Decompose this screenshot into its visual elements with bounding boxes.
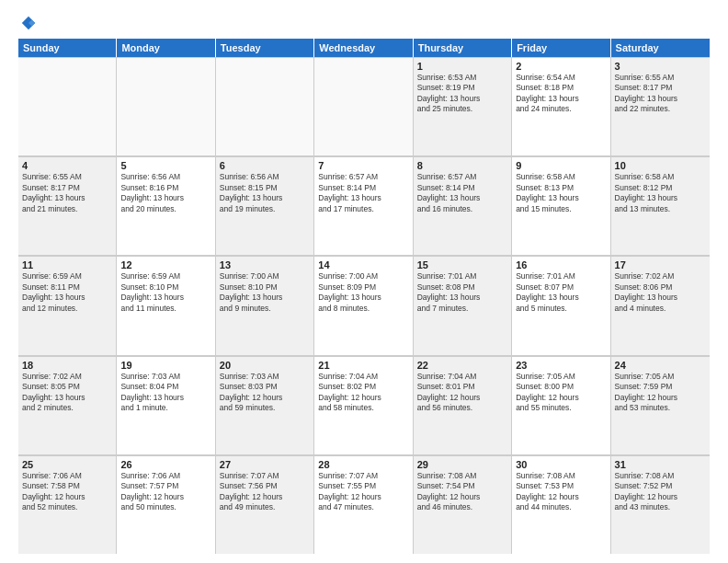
day-number: 21 — [318, 360, 408, 371]
day-cell-31: 31Sunrise: 7:08 AM Sunset: 7:52 PM Dayli… — [611, 455, 710, 554]
day-number: 25 — [22, 459, 112, 470]
day-info: Sunrise: 7:01 AM Sunset: 8:08 PM Dayligh… — [417, 271, 507, 314]
header-day-tuesday: Tuesday — [216, 39, 314, 57]
day-cell-16: 16Sunrise: 7:01 AM Sunset: 8:07 PM Dayli… — [512, 256, 610, 354]
day-cell-18: 18Sunrise: 7:02 AM Sunset: 8:05 PM Dayli… — [18, 356, 117, 454]
day-info: Sunrise: 7:04 AM Sunset: 8:01 PM Dayligh… — [417, 372, 507, 414]
day-cell-14: 14Sunrise: 7:00 AM Sunset: 8:09 PM Dayli… — [314, 256, 413, 354]
day-info: Sunrise: 7:08 AM Sunset: 7:53 PM Dayligh… — [516, 471, 606, 513]
day-number: 17 — [615, 259, 706, 270]
day-number: 5 — [120, 160, 210, 171]
calendar-row-0: 1Sunrise: 6:53 AM Sunset: 8:19 PM Daylig… — [18, 57, 710, 156]
day-cell-3: 3Sunrise: 6:55 AM Sunset: 8:17 PM Daylig… — [611, 57, 710, 155]
day-cell-2: 2Sunrise: 6:54 AM Sunset: 8:18 PM Daylig… — [512, 57, 610, 155]
day-info: Sunrise: 6:57 AM Sunset: 8:14 PM Dayligh… — [318, 172, 408, 214]
day-cell-1: 1Sunrise: 6:53 AM Sunset: 8:19 PM Daylig… — [414, 57, 512, 155]
day-number: 16 — [516, 259, 606, 270]
header-day-wednesday: Wednesday — [314, 39, 413, 57]
day-cell-10: 10Sunrise: 6:58 AM Sunset: 8:12 PM Dayli… — [611, 156, 710, 255]
day-number: 23 — [516, 360, 606, 371]
day-number: 13 — [220, 259, 310, 270]
day-cell-6: 6Sunrise: 6:56 AM Sunset: 8:15 PM Daylig… — [216, 156, 314, 255]
day-cell-12: 12Sunrise: 6:59 AM Sunset: 8:10 PM Dayli… — [117, 256, 215, 354]
day-number: 28 — [318, 459, 408, 470]
day-number: 12 — [120, 259, 210, 270]
day-number: 24 — [615, 360, 706, 371]
header-day-saturday: Saturday — [611, 39, 710, 57]
day-info: Sunrise: 7:00 AM Sunset: 8:10 PM Dayligh… — [220, 271, 310, 314]
day-info: Sunrise: 7:03 AM Sunset: 8:03 PM Dayligh… — [220, 372, 310, 414]
calendar: SundayMondayTuesdayWednesdayThursdayFrid… — [18, 39, 710, 554]
day-cell-13: 13Sunrise: 7:00 AM Sunset: 8:10 PM Dayli… — [216, 256, 314, 354]
day-info: Sunrise: 7:00 AM Sunset: 8:09 PM Dayligh… — [318, 271, 408, 314]
day-info: Sunrise: 7:08 AM Sunset: 7:52 PM Dayligh… — [615, 471, 706, 513]
day-number: 2 — [516, 61, 606, 72]
day-cell-30: 30Sunrise: 7:08 AM Sunset: 7:53 PM Dayli… — [512, 455, 610, 554]
day-info: Sunrise: 7:05 AM Sunset: 7:59 PM Dayligh… — [615, 372, 706, 414]
day-info: Sunrise: 6:55 AM Sunset: 8:17 PM Dayligh… — [615, 73, 706, 115]
logo — [18, 15, 37, 31]
day-number: 11 — [22, 259, 112, 270]
day-cell-21: 21Sunrise: 7:04 AM Sunset: 8:02 PM Dayli… — [314, 356, 413, 454]
calendar-header: SundayMondayTuesdayWednesdayThursdayFrid… — [18, 39, 710, 57]
day-cell-7: 7Sunrise: 6:57 AM Sunset: 8:14 PM Daylig… — [314, 156, 413, 255]
header-day-sunday: Sunday — [18, 39, 117, 57]
day-number: 7 — [318, 160, 408, 171]
day-info: Sunrise: 6:59 AM Sunset: 8:11 PM Dayligh… — [22, 271, 112, 314]
day-info: Sunrise: 7:08 AM Sunset: 7:54 PM Dayligh… — [417, 471, 507, 513]
header-day-friday: Friday — [512, 39, 610, 57]
day-info: Sunrise: 7:06 AM Sunset: 7:58 PM Dayligh… — [22, 471, 112, 513]
day-info: Sunrise: 7:06 AM Sunset: 7:57 PM Dayligh… — [120, 471, 210, 513]
day-info: Sunrise: 6:57 AM Sunset: 8:14 PM Dayligh… — [417, 172, 507, 214]
calendar-row-2: 11Sunrise: 6:59 AM Sunset: 8:11 PM Dayli… — [18, 256, 710, 355]
day-number: 1 — [417, 61, 507, 72]
empty-cell — [314, 57, 413, 155]
empty-cell — [216, 57, 314, 155]
day-info: Sunrise: 6:58 AM Sunset: 8:13 PM Dayligh… — [516, 172, 606, 214]
day-cell-23: 23Sunrise: 7:05 AM Sunset: 8:00 PM Dayli… — [512, 356, 610, 454]
day-cell-19: 19Sunrise: 7:03 AM Sunset: 8:04 PM Dayli… — [117, 356, 215, 454]
day-cell-9: 9Sunrise: 6:58 AM Sunset: 8:13 PM Daylig… — [512, 156, 610, 255]
header-day-thursday: Thursday — [414, 39, 512, 57]
day-info: Sunrise: 6:54 AM Sunset: 8:18 PM Dayligh… — [516, 73, 606, 115]
day-number: 3 — [615, 61, 706, 72]
day-cell-17: 17Sunrise: 7:02 AM Sunset: 8:06 PM Dayli… — [611, 256, 710, 354]
day-cell-22: 22Sunrise: 7:04 AM Sunset: 8:01 PM Dayli… — [414, 356, 512, 454]
day-cell-29: 29Sunrise: 7:08 AM Sunset: 7:54 PM Dayli… — [414, 455, 512, 554]
day-cell-25: 25Sunrise: 7:06 AM Sunset: 7:58 PM Dayli… — [18, 455, 117, 554]
day-info: Sunrise: 7:04 AM Sunset: 8:02 PM Dayligh… — [318, 372, 408, 414]
calendar-row-1: 4Sunrise: 6:55 AM Sunset: 8:17 PM Daylig… — [18, 156, 710, 256]
day-number: 9 — [516, 160, 606, 171]
day-number: 30 — [516, 459, 606, 470]
day-number: 8 — [417, 160, 507, 171]
day-cell-28: 28Sunrise: 7:07 AM Sunset: 7:55 PM Dayli… — [314, 455, 413, 554]
day-info: Sunrise: 7:07 AM Sunset: 7:56 PM Dayligh… — [220, 471, 310, 513]
day-info: Sunrise: 7:07 AM Sunset: 7:55 PM Dayligh… — [318, 471, 408, 513]
day-info: Sunrise: 7:03 AM Sunset: 8:04 PM Dayligh… — [120, 372, 210, 414]
day-number: 22 — [417, 360, 507, 371]
day-number: 6 — [220, 160, 310, 171]
day-info: Sunrise: 6:55 AM Sunset: 8:17 PM Dayligh… — [22, 172, 112, 214]
calendar-body: 1Sunrise: 6:53 AM Sunset: 8:19 PM Daylig… — [18, 57, 710, 554]
logo-icon — [20, 15, 37, 31]
day-number: 14 — [318, 259, 408, 270]
day-cell-5: 5Sunrise: 6:56 AM Sunset: 8:16 PM Daylig… — [117, 156, 215, 255]
day-number: 31 — [615, 459, 706, 470]
day-number: 29 — [417, 459, 507, 470]
day-cell-26: 26Sunrise: 7:06 AM Sunset: 7:57 PM Dayli… — [117, 455, 215, 554]
calendar-row-4: 25Sunrise: 7:06 AM Sunset: 7:58 PM Dayli… — [18, 455, 710, 554]
day-cell-11: 11Sunrise: 6:59 AM Sunset: 8:11 PM Dayli… — [18, 256, 117, 354]
day-info: Sunrise: 6:56 AM Sunset: 8:16 PM Dayligh… — [120, 172, 210, 214]
calendar-row-3: 18Sunrise: 7:02 AM Sunset: 8:05 PM Dayli… — [18, 356, 710, 455]
day-cell-27: 27Sunrise: 7:07 AM Sunset: 7:56 PM Dayli… — [216, 455, 314, 554]
day-number: 26 — [120, 459, 210, 470]
header — [18, 15, 710, 31]
day-number: 20 — [220, 360, 310, 371]
header-day-monday: Monday — [117, 39, 215, 57]
day-number: 27 — [220, 459, 310, 470]
day-info: Sunrise: 7:02 AM Sunset: 8:05 PM Dayligh… — [22, 372, 112, 414]
empty-cell — [18, 57, 117, 155]
day-info: Sunrise: 6:53 AM Sunset: 8:19 PM Dayligh… — [417, 73, 507, 115]
day-cell-20: 20Sunrise: 7:03 AM Sunset: 8:03 PM Dayli… — [216, 356, 314, 454]
day-number: 18 — [22, 360, 112, 371]
